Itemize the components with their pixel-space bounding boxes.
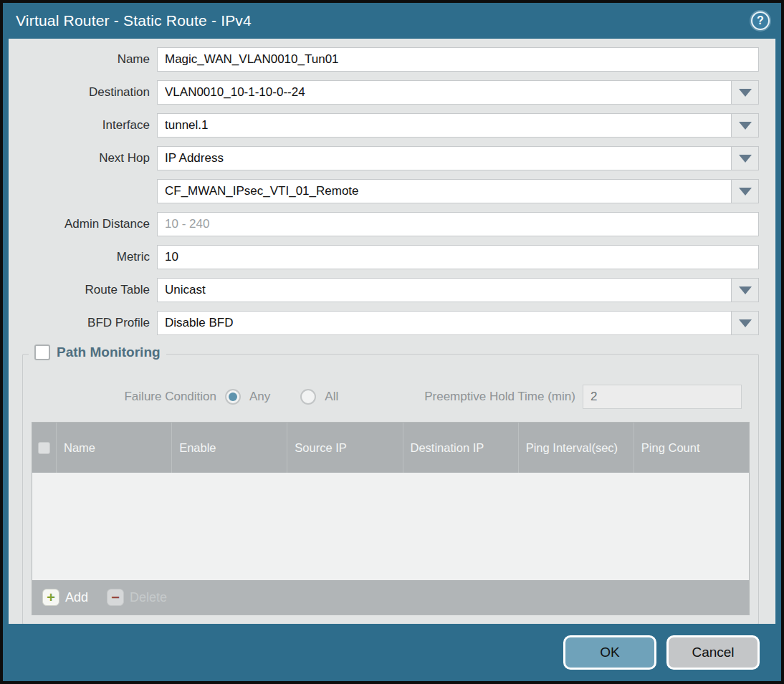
route-table-input[interactable] xyxy=(157,278,732,302)
bfd-profile-dropdown-button[interactable] xyxy=(732,311,759,335)
form-row-name: Name xyxy=(16,47,759,72)
radio-unselected-icon xyxy=(300,389,316,405)
bfd-profile-label: BFD Profile xyxy=(16,316,157,330)
radio-any[interactable]: Any xyxy=(225,389,270,405)
form-row-interface: Interface xyxy=(16,113,759,138)
chevron-down-icon xyxy=(739,155,752,163)
column-header-source-ip[interactable]: Source IP xyxy=(287,423,403,473)
path-monitoring-checkbox[interactable] xyxy=(34,345,50,360)
form-row-destination: Destination xyxy=(16,80,759,105)
static-route-dialog: Virtual Router - Static Route - IPv4 ? N… xyxy=(0,0,784,684)
table-header-checkbox-cell xyxy=(32,423,57,473)
minus-icon: − xyxy=(107,589,124,606)
interface-input[interactable] xyxy=(157,113,732,138)
ok-button[interactable]: OK xyxy=(563,635,656,670)
name-label: Name xyxy=(16,52,157,67)
path-monitoring-legend: Path Monitoring xyxy=(29,345,166,360)
next-hop-address-dropdown-button[interactable] xyxy=(732,179,759,203)
add-button-label: Add xyxy=(65,590,88,605)
form-row-route-table: Route Table xyxy=(16,278,759,302)
chevron-down-icon xyxy=(739,188,752,196)
next-hop-type-dropdown-button[interactable] xyxy=(732,146,759,170)
table-header-row: Name Enable Source IP Destination IP Pin… xyxy=(32,423,749,473)
column-header-enable[interactable]: Enable xyxy=(172,423,287,473)
route-table-label: Route Table xyxy=(16,283,157,297)
failure-condition-label: Failure Condition xyxy=(32,390,225,404)
destination-dropdown-button[interactable] xyxy=(732,80,759,105)
interface-label: Interface xyxy=(16,118,157,133)
form-row-bfd-profile: BFD Profile xyxy=(16,311,759,335)
bfd-profile-input[interactable] xyxy=(157,311,732,335)
delete-button[interactable]: − Delete xyxy=(107,589,167,606)
select-all-checkbox[interactable] xyxy=(38,442,50,454)
dialog-title: Virtual Router - Static Route - IPv4 xyxy=(16,12,751,29)
path-monitoring-section: Path Monitoring Failure Condition Any Al… xyxy=(22,354,759,624)
preemptive-hold-time-input[interactable] xyxy=(583,385,742,409)
next-hop-label: Next Hop xyxy=(16,151,157,165)
chevron-down-icon xyxy=(739,122,752,130)
next-hop-type-input[interactable] xyxy=(157,146,732,170)
failure-condition-radio-group: Any All xyxy=(225,389,338,405)
chevron-down-icon xyxy=(739,286,752,294)
table-body-empty xyxy=(32,473,749,580)
name-input[interactable] xyxy=(157,47,759,72)
plus-icon: + xyxy=(42,589,59,606)
path-monitoring-table: Name Enable Source IP Destination IP Pin… xyxy=(32,422,750,615)
dialog-content: Name Destination Interface xyxy=(9,39,775,624)
destination-label: Destination xyxy=(16,85,157,100)
radio-all[interactable]: All xyxy=(300,389,338,405)
admin-distance-label: Admin Distance xyxy=(16,217,157,231)
metric-input[interactable] xyxy=(157,245,759,269)
chevron-down-icon xyxy=(739,319,752,327)
route-table-dropdown-button[interactable] xyxy=(732,278,759,302)
radio-all-label: All xyxy=(325,390,338,404)
delete-button-label: Delete xyxy=(130,590,167,605)
interface-dropdown-button[interactable] xyxy=(732,113,759,138)
add-button[interactable]: + Add xyxy=(42,589,88,606)
metric-label: Metric xyxy=(16,250,157,264)
form-row-admin-distance: Admin Distance xyxy=(16,212,759,236)
destination-input[interactable] xyxy=(157,80,732,105)
column-header-ping-interval[interactable]: Ping Interval(sec) xyxy=(519,423,634,473)
form-row-metric: Metric xyxy=(16,245,759,269)
admin-distance-input[interactable] xyxy=(157,212,759,236)
chevron-down-icon xyxy=(739,89,752,97)
cancel-button[interactable]: Cancel xyxy=(666,635,760,670)
dialog-footer: OK Cancel xyxy=(3,624,781,681)
preemptive-hold-time-label: Preemptive Hold Time (min) xyxy=(424,390,583,404)
table-toolbar: + Add − Delete xyxy=(32,580,749,615)
help-icon[interactable]: ? xyxy=(751,11,770,30)
column-header-name[interactable]: Name xyxy=(57,423,172,473)
form-row-next-hop-address xyxy=(16,179,759,203)
dialog-titlebar: Virtual Router - Static Route - IPv4 ? xyxy=(3,3,781,39)
column-header-destination-ip[interactable]: Destination IP xyxy=(403,423,519,473)
path-monitoring-title: Path Monitoring xyxy=(57,345,161,360)
radio-selected-icon xyxy=(225,389,241,405)
form-row-next-hop: Next Hop xyxy=(16,146,759,170)
radio-any-label: Any xyxy=(249,390,270,404)
column-header-ping-count[interactable]: Ping Count xyxy=(634,423,749,473)
next-hop-address-input[interactable] xyxy=(157,179,732,203)
path-monitoring-controls: Failure Condition Any All Preemptive Hol… xyxy=(32,385,750,409)
